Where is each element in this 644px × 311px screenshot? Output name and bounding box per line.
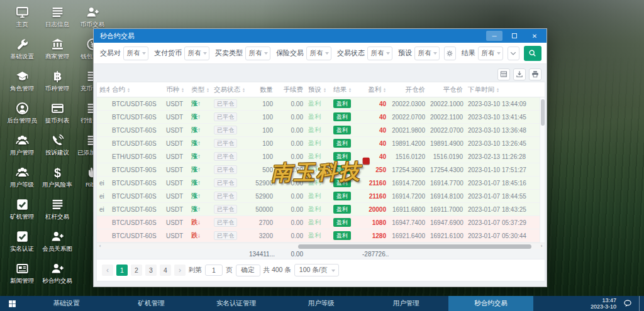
preset-label: 盈利: [308, 205, 321, 212]
cell-status: 已平仓: [211, 139, 247, 148]
column-header-2[interactable]: 币种 ▲▼: [164, 85, 189, 94]
clock[interactable]: 13:47 2023-3-10: [591, 297, 616, 310]
export-button[interactable]: [513, 68, 526, 80]
search-button[interactable]: [524, 46, 541, 61]
h-scrollbar[interactable]: ‹ ›: [97, 243, 545, 249]
cell-fee: 0.00: [275, 101, 306, 107]
maximize-button[interactable]: [506, 31, 523, 41]
taskbar-item-realname-auth[interactable]: 实名认证管理: [194, 296, 279, 311]
desktop-icon-leverage-trade[interactable]: 杠杆交易: [40, 196, 74, 228]
table-row[interactable]: BTC/USDT-60S USDT 涨↑ 已平仓 100 0.00 盈利 盈利 …: [97, 111, 545, 124]
filter-select-pair[interactable]: 所有: [123, 46, 148, 60]
v-scrollbar[interactable]: [540, 97, 545, 243]
column-header-7[interactable]: 预设 ▲▼: [306, 85, 331, 94]
table-row[interactable]: ei BTC/USDT-60S USDT 涨↑ 已平仓 50000 0.00 盈…: [97, 203, 545, 216]
filter-select-trade-type[interactable]: 所有: [245, 46, 270, 60]
column-header-4[interactable]: 交易状态 ▲▼: [211, 85, 247, 94]
taskbar-item-basic-settings[interactable]: 基础设置: [24, 296, 109, 311]
filter-select-trade-status[interactable]: 所有: [367, 46, 392, 60]
close-button[interactable]: ✕: [526, 31, 543, 41]
chat-button[interactable]: [621, 297, 634, 310]
page-button-3[interactable]: 3: [145, 265, 157, 276]
filter-select-value: 所有: [482, 49, 495, 58]
desktop-icon-news-manage[interactable]: 新闻管理: [5, 260, 39, 292]
cell-open-price: 19891.4200: [389, 140, 428, 147]
taskbar-item-user-manage[interactable]: 用户管理: [364, 296, 448, 311]
start-button[interactable]: [0, 296, 24, 311]
cell-result: 盈利: [331, 99, 360, 108]
taskbar-item-user-level[interactable]: 用户等级: [279, 296, 364, 311]
scroll-left-icon[interactable]: ‹: [97, 243, 103, 249]
table-row[interactable]: BTC/USDT-60S USDT 跌↓ 已平仓 2700 0.00 盈利 盈利…: [97, 216, 545, 229]
minimize-button[interactable]: ─: [486, 31, 502, 41]
desktop-icon-admin-manage[interactable]: 后台管理员: [5, 100, 39, 132]
page-button-2[interactable]: 2: [131, 265, 142, 276]
filter-select-insurance[interactable]: 所有: [306, 46, 331, 60]
table-row[interactable]: ETH/USDT-60S USDT 涨↑ 已平仓 100 0.00 盈利 盈利 …: [97, 150, 545, 163]
table-row[interactable]: BTC/USDT-60S USDT 跌↓ 已平仓 3200 0.00 盈利 盈利…: [97, 229, 545, 243]
table-row[interactable]: BTC/USDT-60S USDT 涨↑ 已平仓 100 0.00 盈利 盈利 …: [97, 124, 545, 137]
next-page-button[interactable]: ›: [174, 265, 186, 276]
settings-button[interactable]: [444, 46, 456, 60]
desktop-icon-withdraw-list[interactable]: 提币列表: [40, 100, 74, 132]
cell-order-time: 2023-02-13 11:26:28: [465, 153, 540, 160]
window-titlebar[interactable]: 秒合约交易 ─ ✕: [94, 29, 547, 43]
taskbar-item-miner-manage[interactable]: 矿机管理: [109, 296, 194, 311]
cell-qty: 500: [247, 166, 275, 173]
newspaper-icon: [16, 262, 29, 275]
filter-label-result: 结果: [462, 48, 475, 58]
column-header-12[interactable]: 下单时间 ▲▼: [465, 85, 540, 94]
print-button[interactable]: [529, 68, 541, 80]
column-header-9[interactable]: 盈利 ▲▼: [360, 85, 389, 94]
desktop-icon-user-risk[interactable]: $ 用户风险率: [40, 164, 74, 196]
goto-page-input[interactable]: [205, 265, 223, 276]
table-row[interactable]: ei BTC/USDT-60S USDT 涨↑ 已平仓 52900 0.00 盈…: [97, 177, 545, 190]
filter-select-preset[interactable]: 所有: [414, 46, 440, 60]
filter-select-pay-currency[interactable]: 所有: [184, 46, 209, 60]
v-scroll-thumb[interactable]: [541, 99, 545, 126]
column-header-3[interactable]: 类型 ▲▼: [189, 85, 211, 94]
desktop-icon-realname-auth[interactable]: 实名认证: [5, 228, 39, 260]
table-row[interactable]: ei BTC/USDT-60S USDT 涨↑ 已平仓 52900 0.00 盈…: [97, 190, 545, 203]
cell-result: 盈利: [331, 152, 360, 161]
desktop-icon-user-level[interactable]: 用户等级: [5, 164, 39, 196]
desktop-icon-sec-contract[interactable]: 秒合约交易: [40, 260, 74, 292]
desktop-icon-home[interactable]: 主页: [5, 4, 39, 36]
scroll-right-icon[interactable]: ›: [538, 243, 545, 249]
filter-select-value: 所有: [249, 49, 262, 58]
prev-page-button[interactable]: ‹: [102, 265, 113, 276]
table-row[interactable]: BTC/USDT-60S USDT 涨↑ 已平仓 100 0.00 盈利 盈利 …: [97, 97, 545, 111]
desktop-icon-label: 基础设置: [10, 53, 34, 61]
desktop-icon-label: 新闻管理: [10, 277, 34, 285]
table-row[interactable]: BTC/USDT-90S USDT 涨↑ 已平仓 500 0.00 盈利 盈利 …: [97, 163, 545, 177]
taskbar-item-sec-contract[interactable]: 秒合约交易: [448, 296, 533, 311]
desktop-icon-complaints[interactable]: 投诉建议: [40, 132, 74, 164]
cell-fee: 0.00: [275, 180, 306, 187]
desktop-icon-coin-manage[interactable]: ฿ 币种管理: [40, 68, 74, 100]
minimize-icon: ─: [492, 33, 496, 40]
confirm-button[interactable]: 确定: [236, 265, 260, 276]
per-page-select[interactable]: 100 条/页: [294, 264, 339, 276]
column-header-8[interactable]: 结果 ▲▼: [331, 85, 360, 94]
desktop-icon-basic-settings[interactable]: 基础设置: [5, 36, 39, 68]
columns-button[interactable]: [497, 68, 510, 80]
show-desktop-button[interactable]: [639, 296, 641, 311]
collapse-button[interactable]: [508, 46, 519, 60]
cell-profit: 40: [360, 114, 389, 121]
column-header-1[interactable]: 合约 ▲▼: [109, 85, 164, 94]
filter-select-value: 所有: [188, 49, 201, 58]
desktop-icon-merchant-manage[interactable]: 商家管理: [40, 36, 74, 68]
desktop-icon-role-manage[interactable]: 角色管理: [5, 68, 39, 100]
desktop-icon-member-graph[interactable]: 会员关系图: [40, 228, 74, 260]
desktop-icon-logs[interactable]: 日志信息: [40, 4, 74, 36]
cell-close-price: 16921.6100: [428, 232, 465, 239]
desktop-icon-user-manage[interactable]: 用户管理: [5, 132, 39, 164]
filter-select-result[interactable]: 所有: [478, 46, 503, 60]
filter-label-pay-currency: 支付货币: [154, 48, 182, 58]
cell-order-time: 2023-01-10 17:51:27: [465, 166, 540, 173]
desktop-icon-miner-manage[interactable]: 矿机管理: [5, 196, 39, 228]
page-button-1[interactable]: 1: [116, 265, 128, 276]
page-button-4[interactable]: 4: [160, 265, 171, 276]
h-scroll-thumb[interactable]: [298, 244, 531, 249]
table-row[interactable]: BTC/USDT-60S USDT 涨↑ 已平仓 100 0.00 盈利 盈利 …: [97, 137, 545, 150]
